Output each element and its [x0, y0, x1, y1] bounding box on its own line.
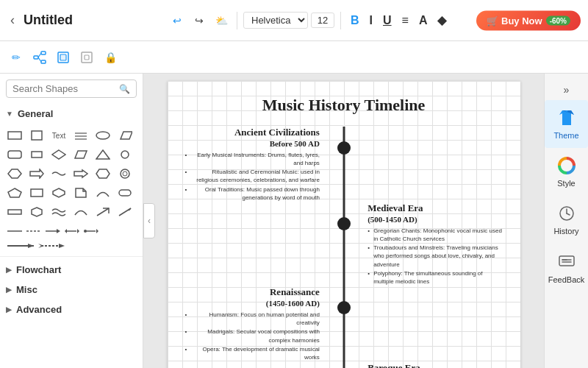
shape-arrow-up-right[interactable]	[94, 203, 112, 221]
shape-parallelogram[interactable]	[116, 127, 134, 144]
ghost-icon[interactable]	[76, 47, 97, 68]
shape-rect5[interactable]	[6, 203, 24, 221]
svg-rect-2	[41, 60, 46, 63]
shape-square2[interactable]	[28, 184, 46, 202]
shape-hexagon3[interactable]	[50, 184, 68, 202]
underline-button[interactable]: U	[379, 13, 395, 29]
shape-square[interactable]	[28, 127, 46, 144]
svg-marker-42	[77, 229, 79, 233]
pen-tool-icon[interactable]: ✏	[6, 47, 26, 68]
font-selector[interactable]: Helvetica	[243, 12, 308, 29]
nodes-icon[interactable]	[29, 47, 50, 68]
feedback-label: FeedBack	[548, 275, 585, 285]
shape-hexagon2[interactable]	[94, 165, 112, 183]
shape-doc[interactable]	[72, 184, 90, 202]
buy-now-button[interactable]: 🛒 Buy Now -60%	[476, 10, 581, 30]
svg-marker-25	[96, 169, 110, 178]
search-icon: 🔍	[119, 84, 130, 94]
shape-arrow-right[interactable]	[28, 165, 46, 183]
advanced-section-header[interactable]: ▶ Advanced	[0, 300, 143, 319]
right-panel-item-style[interactable]: Style	[545, 148, 588, 196]
shape-circle[interactable]	[116, 146, 134, 163]
highlight-button[interactable]: ◆	[434, 12, 450, 29]
svg-line-4	[38, 57, 41, 62]
bold-button[interactable]: B	[347, 13, 363, 29]
search-input[interactable]	[12, 83, 116, 94]
left-panel-collapse-arrow[interactable]: ‹	[143, 203, 155, 238]
svg-marker-50	[59, 244, 65, 248]
misc-section-header[interactable]: ▶ Misc	[0, 280, 143, 300]
strikethrough-button[interactable]: ≡	[398, 13, 412, 29]
shape-circle2[interactable]	[116, 165, 134, 183]
theme-label: Theme	[553, 131, 578, 141]
right-panel-item-feedback[interactable]: FeedBack	[545, 244, 588, 292]
shape-arc[interactable]	[94, 184, 112, 202]
shape-arrow-right2[interactable]	[72, 165, 90, 183]
shapes-grid: Text	[0, 124, 143, 224]
left-panel: 🔍 ▼ General Text	[0, 74, 143, 368]
frame-icon[interactable]	[53, 47, 74, 68]
svg-rect-9	[8, 132, 21, 139]
bullet-item: Opera: The development of dramatic music…	[185, 345, 320, 361]
lock-icon[interactable]: 🔒	[100, 47, 121, 68]
shape-rectangle[interactable]	[6, 127, 24, 144]
flowchart-chevron-icon: ▶	[6, 266, 12, 274]
shape-rect4[interactable]	[116, 184, 134, 202]
expand-icon: »	[564, 84, 570, 96]
shape-hexagon4[interactable]	[28, 203, 46, 221]
shape-lines[interactable]	[72, 127, 90, 144]
general-section-header[interactable]: ▼ General	[0, 104, 143, 124]
shape-diamond[interactable]	[50, 146, 68, 163]
timeline-dot-renaissance	[337, 301, 351, 314]
svg-marker-39	[57, 229, 60, 233]
shape-parallelogram2[interactable]	[72, 146, 90, 163]
shape-text[interactable]: Text	[50, 127, 68, 144]
back-button[interactable]: ‹	[6, 10, 19, 31]
svg-rect-16	[8, 151, 21, 158]
shape-pentagon[interactable]	[6, 184, 24, 202]
font-size-input[interactable]	[311, 13, 334, 28]
timeline-title: Music History Timeline	[185, 96, 503, 115]
flowchart-section-header[interactable]: ▶ Flowchart	[0, 260, 143, 280]
bullet-item: Madrigals: Secular vocal compositions wi…	[185, 328, 320, 344]
shape-triangle[interactable]	[94, 146, 112, 163]
search-box[interactable]: 🔍	[6, 79, 137, 98]
canvas-area[interactable]: ‹ Music History Timeline Ancient Civiliz…	[143, 74, 544, 368]
shape-hexagon[interactable]	[6, 165, 24, 183]
svg-rect-57	[559, 256, 574, 266]
svg-marker-15	[121, 132, 132, 139]
timeline-dot-ancient	[337, 141, 351, 155]
redo-icon[interactable]: ↪	[190, 11, 209, 30]
era-renaissance-subtitle: (1450-1600 AD)	[185, 299, 320, 308]
shape-ellipse[interactable]	[94, 127, 112, 144]
general-label: General	[18, 108, 53, 119]
shape-wave2[interactable]	[50, 203, 68, 221]
svg-marker-19	[75, 151, 87, 158]
era-baroque-title: Baroque Era	[368, 362, 502, 368]
bullet-item: Troubadours and Minstrels: Traveling mus…	[368, 244, 502, 269]
text-color-button[interactable]: A	[415, 13, 431, 29]
era-renaissance-bullets: Humanism: Focus on human potential and c…	[185, 311, 320, 361]
right-panel-item-history[interactable]: History	[545, 196, 588, 244]
cloud-icon[interactable]: ⛅	[212, 11, 231, 30]
feedback-icon	[556, 252, 577, 272]
era-medieval-bullets: Gregorian Chants: Monophonic vocal music…	[368, 227, 502, 286]
bullet-item: Ritualistic and Ceremonial Music: used i…	[185, 168, 320, 184]
era-renaissance-title: Renaissance	[185, 286, 320, 299]
general-chevron-icon: ▼	[6, 110, 13, 118]
italic-button[interactable]: I	[366, 13, 376, 29]
svg-line-3	[38, 53, 41, 57]
shape-rect2[interactable]	[6, 146, 24, 163]
era-ancient-left: Ancient Civilizations Before 500 AD Earl…	[185, 127, 337, 202]
shape-wave[interactable]	[50, 165, 68, 183]
right-panel-item-theme[interactable]: Theme	[545, 100, 588, 148]
right-panel-expand-button[interactable]: »	[545, 79, 588, 100]
toolbar-left: ‹ Untitled	[6, 10, 153, 31]
shape-rect3[interactable]	[28, 146, 46, 163]
era-medieval-right: Medieval Era (500-1450 AD) Gregorian Cha…	[350, 202, 502, 286]
undo-icon[interactable]: ↩	[168, 11, 187, 30]
timeline-row-renaissance: Renaissance (1450-1600 AD) Humanism: Foc…	[185, 286, 503, 362]
shape-arrow-diagonal[interactable]	[116, 203, 134, 221]
shape-arc2[interactable]	[72, 203, 90, 221]
era-medieval-title: Medieval Era	[368, 202, 502, 215]
